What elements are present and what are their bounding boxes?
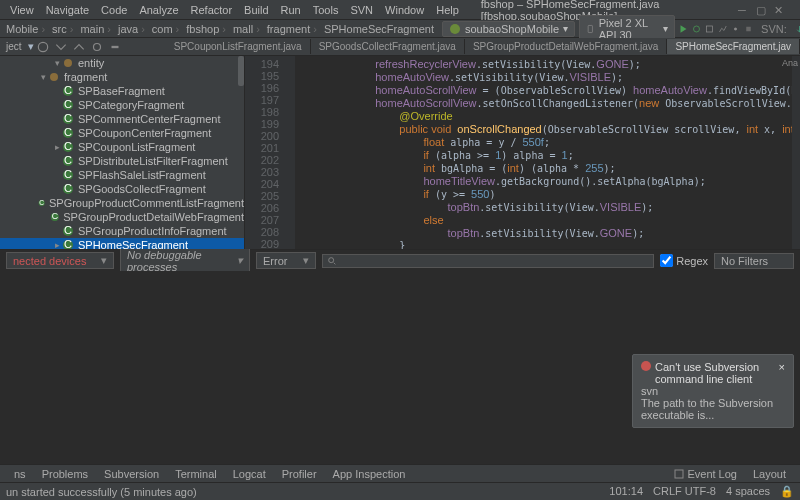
error-stripe[interactable] — [792, 56, 800, 249]
line-gutter: 1941951961971981992002012022032042052062… — [245, 56, 285, 249]
indent-indicator[interactable]: 4 spaces — [726, 485, 770, 498]
expand-icon[interactable] — [54, 40, 68, 54]
tree-label: fragment — [64, 71, 107, 83]
tool-tab-ns[interactable]: ns — [6, 468, 34, 480]
tree-scrollbar[interactable] — [238, 56, 244, 86]
tree-node[interactable]: ▾fragment — [0, 70, 244, 84]
attach-icon[interactable] — [731, 23, 740, 35]
tree-node[interactable]: CSPCategoryFragment — [0, 98, 244, 112]
device-select[interactable]: nected devices▾ — [6, 252, 114, 269]
svn-update-icon[interactable] — [795, 23, 800, 35]
menu-refactor[interactable]: Refactor — [185, 4, 239, 16]
run-config-dropdown[interactable]: soubaoShopMobile ▾ — [442, 21, 575, 37]
tool-tab-terminal[interactable]: Terminal — [167, 468, 225, 480]
breadcrumb-item[interactable]: src — [50, 23, 78, 35]
breadcrumb-item[interactable]: mall — [231, 23, 265, 35]
tree-node[interactable]: ▸CSPCouponListFragment — [0, 140, 244, 154]
analysis-indicator[interactable]: Ana — [782, 58, 798, 68]
tree-node[interactable]: CSPCommentCenterFragment — [0, 112, 244, 126]
hide-icon[interactable] — [108, 40, 122, 54]
svn-label: SVN: — [761, 23, 787, 35]
run-icon[interactable] — [679, 23, 688, 35]
tree-node[interactable]: CSPGroupProductInfoFragment — [0, 224, 244, 238]
chevron-icon[interactable]: ▾ — [38, 72, 48, 82]
menu-build[interactable]: Build — [238, 4, 274, 16]
tree-node[interactable]: CSPGroupProductDetailWebFragment — [0, 210, 244, 224]
filter-select[interactable]: No Filters — [714, 253, 794, 269]
breadcrumb-item[interactable]: fragment — [265, 23, 322, 35]
tool-tab-problems[interactable]: Problems — [34, 468, 96, 480]
profile-icon[interactable] — [718, 23, 727, 35]
breadcrumb-item[interactable]: fbshop — [184, 23, 231, 35]
tree-label: SPGroupProductInfoFragment — [78, 225, 227, 237]
code-area[interactable]: refreshRecyclerView.setVisibility(View.G… — [295, 56, 792, 249]
logcat-console[interactable]: Can't use Subversion command line client… — [0, 271, 800, 464]
tool-tab-profiler[interactable]: Profiler — [274, 468, 325, 480]
class-icon: C — [62, 239, 74, 249]
svg-rect-5 — [746, 26, 750, 30]
breadcrumb-item[interactable]: Mobile — [4, 23, 50, 35]
collapse-icon[interactable] — [72, 40, 86, 54]
breadcrumb-item[interactable]: com — [150, 23, 184, 35]
logcat-search[interactable] — [322, 254, 654, 268]
toast-close-icon[interactable]: × — [779, 361, 785, 385]
svg-point-0 — [450, 24, 460, 34]
tree-node[interactable]: CSPBaseFragment — [0, 84, 244, 98]
tree-label: SPCategoryFragment — [78, 99, 184, 111]
coverage-icon[interactable] — [705, 23, 714, 35]
class-icon: C — [38, 197, 45, 209]
editor-tab[interactable]: SPCouponListFragment.java — [166, 39, 311, 54]
breadcrumb-item[interactable]: SPHomeSecFragment — [322, 23, 442, 35]
notification-toast[interactable]: Can't use Subversion command line client… — [632, 354, 794, 428]
svg-text:C: C — [64, 183, 72, 194]
toast-title: Can't use Subversion command line client — [655, 361, 775, 385]
select-open-icon[interactable] — [36, 40, 50, 54]
tree-label: SPBaseFragment — [78, 85, 165, 97]
tree-node[interactable]: CSPFlashSaleListFragment — [0, 168, 244, 182]
menu-view[interactable]: View — [4, 4, 40, 16]
gear-icon[interactable] — [90, 40, 104, 54]
readonly-icon[interactable]: 🔒 — [780, 485, 794, 498]
editor-tab[interactable]: SPGoodsCollectFragment.java — [311, 39, 465, 54]
menu-run[interactable]: Run — [275, 4, 307, 16]
tree-node[interactable]: CSPCouponCenterFragment — [0, 126, 244, 140]
layout-inspector-tab[interactable]: Layout — [745, 468, 794, 480]
svg-text:C: C — [64, 155, 72, 166]
menu-navigate[interactable]: Navigate — [40, 4, 95, 16]
menu-analyze[interactable]: Analyze — [133, 4, 184, 16]
tree-node[interactable]: CSPDistributeListFilterFragment — [0, 154, 244, 168]
tree-node[interactable]: ▸CSPHomeSecFragment — [0, 238, 244, 249]
chevron-icon[interactable]: ▸ — [52, 240, 62, 249]
project-tree[interactable]: ▾entity▾fragmentCSPBaseFragmentCSPCatego… — [0, 56, 245, 249]
tool-tab-subversion[interactable]: Subversion — [96, 468, 167, 480]
editor-tab[interactable]: SPGroupProductDetailWebFragment.java — [465, 39, 667, 54]
tool-tab-app-inspection[interactable]: App Inspection — [325, 468, 414, 480]
debug-icon[interactable] — [692, 23, 701, 35]
editor-tab[interactable]: SPHomeSecFragment.jav — [667, 39, 800, 54]
event-log-tab[interactable]: Event Log — [666, 468, 745, 480]
tree-node[interactable]: ▾entity — [0, 56, 244, 70]
menu-tools[interactable]: Tools — [307, 4, 345, 16]
class-icon: C — [62, 113, 74, 125]
svg-text:C: C — [64, 225, 72, 236]
menu-code[interactable]: Code — [95, 4, 133, 16]
project-tool-label[interactable]: ject — [0, 41, 28, 52]
logcat-toolbar: nected devices▾ No debuggable processes▾… — [0, 249, 800, 271]
chevron-icon[interactable]: ▾ — [52, 58, 62, 68]
fold-column[interactable] — [285, 56, 295, 249]
editor-tab-strip: SPCouponListFragment.javaSPGoodsCollectF… — [166, 39, 800, 54]
breadcrumb-item[interactable]: java — [116, 23, 150, 35]
tool-tab-logcat[interactable]: Logcat — [225, 468, 274, 480]
stop-icon[interactable] — [744, 23, 753, 35]
code-editor[interactable]: 1941951961971981992002012022032042052062… — [245, 56, 800, 249]
cursor-position[interactable]: 101:14 — [609, 485, 643, 498]
menu-window[interactable]: Window — [379, 4, 430, 16]
encoding-indicator[interactable]: CRLF UTF-8 — [653, 485, 716, 498]
level-select[interactable]: Error▾ — [256, 252, 316, 269]
regex-checkbox[interactable]: Regex — [660, 254, 708, 267]
menu-svn[interactable]: SVN — [344, 4, 379, 16]
chevron-icon[interactable]: ▸ — [52, 142, 62, 152]
tree-node[interactable]: CSPGroupProductCommentListFragment — [0, 196, 244, 210]
breadcrumb-item[interactable]: main — [78, 23, 116, 35]
tree-node[interactable]: CSPGoodsCollectFragment — [0, 182, 244, 196]
